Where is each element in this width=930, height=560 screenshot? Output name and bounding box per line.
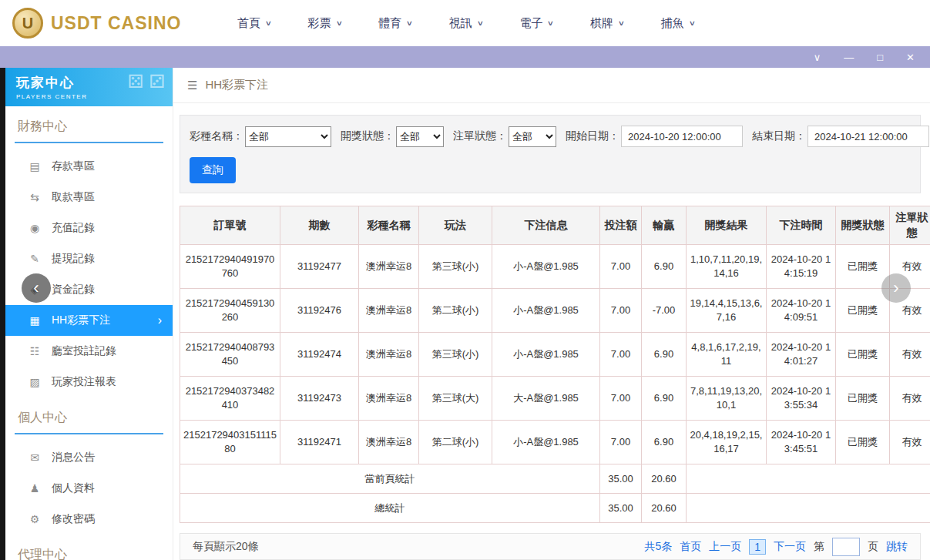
- first-page-link[interactable]: 首页: [680, 540, 701, 554]
- cell-play: 第二球(小): [419, 289, 492, 333]
- carousel-left-arrow[interactable]: ‹: [22, 273, 51, 303]
- filter-lottery-name: 彩種名稱： 全部: [190, 126, 331, 147]
- personal-menu: ✉ 消息公告 ♟ 個人資料 ⚙ 修改密碼: [5, 442, 173, 535]
- nav-item-label: 首頁: [237, 16, 260, 31]
- cell-bet-time: 2024-10-20 14:01:27: [767, 333, 836, 377]
- withdraw-icon: ⇆: [29, 191, 41, 203]
- table-row: 2152172940491970760 31192477 澳洲幸运8 第三球(小…: [180, 245, 930, 289]
- summary-win-total: 20.60: [642, 494, 687, 523]
- page-background-strip: [0, 68, 5, 560]
- current-page-indicator[interactable]: 1: [749, 539, 766, 555]
- carousel-right-arrow[interactable]: ›: [881, 273, 911, 303]
- lottery-bet-icon: ▦: [29, 314, 41, 327]
- nav-item-home[interactable]: 首頁 ∨: [237, 16, 271, 31]
- draw-status-label: 開獎狀態：: [341, 129, 394, 143]
- nav-item-label: 捕魚: [661, 16, 684, 31]
- nav-item-label: 棋牌: [590, 16, 613, 31]
- cell-order-no: 2152172940491970760: [180, 245, 280, 289]
- next-page-link[interactable]: 下一页: [774, 540, 806, 554]
- order-status-select[interactable]: 全部: [509, 126, 556, 147]
- cell-bet-amount: 7.00: [600, 289, 642, 333]
- nav-item-label: 彩票: [308, 16, 331, 31]
- start-date-input[interactable]: [621, 126, 743, 147]
- sidebar-item-label: 玩家投注報表: [52, 375, 116, 389]
- sidebar-subtitle: PLAYERS CENTER: [16, 93, 162, 100]
- filter-draw-status: 開獎狀態： 全部: [341, 126, 444, 147]
- cell-order-status: 有效: [890, 421, 930, 464]
- sidebar-item-messages[interactable]: ✉ 消息公告: [5, 442, 173, 473]
- table-row: 2152172940315111580 31192471 澳洲幸运8 第二球(小…: [180, 421, 930, 464]
- summary-win-total: 20.60: [642, 464, 687, 494]
- sidebar-item-change-password[interactable]: ⚙ 修改密碼: [5, 504, 173, 535]
- lottery-name-select[interactable]: 全部: [245, 126, 331, 147]
- jump-page-input[interactable]: [832, 538, 860, 556]
- cell-winloss: 6.90: [642, 377, 687, 421]
- nav-item-electronic[interactable]: 電子 ∨: [519, 16, 553, 31]
- end-date-label: 結束日期：: [752, 129, 806, 143]
- cell-order-status: 有效: [890, 377, 930, 421]
- summary-label: 總統計: [180, 494, 600, 523]
- nav-item-fishing[interactable]: 捕魚 ∨: [661, 16, 695, 31]
- col-header-order-no: 訂單號: [180, 206, 280, 245]
- filter-start-date: 開始日期：: [566, 126, 743, 147]
- table-header-row: 訂單號 期數 彩種名稱 玩法 下注信息 投注額 輸贏 開獎結果 下注時間 開獎狀…: [180, 206, 930, 245]
- chevron-down-icon: ∨: [688, 19, 695, 27]
- sidebar-item-profile[interactable]: ♟ 個人資料: [5, 473, 173, 504]
- query-button[interactable]: 查詢: [190, 157, 236, 183]
- window-maximize-icon[interactable]: □: [877, 52, 883, 62]
- cell-bet-amount: 7.00: [600, 245, 642, 289]
- window-close-icon[interactable]: ✕: [906, 52, 915, 62]
- nav-item-video[interactable]: 視訊 ∨: [449, 16, 483, 31]
- sidebar-item-player-report[interactable]: ▨ 玩家投注報表: [5, 367, 173, 397]
- hamburger-icon[interactable]: ☰: [187, 79, 197, 92]
- col-header-lottery: 彩種名稱: [359, 206, 419, 245]
- draw-status-select[interactable]: 全部: [396, 126, 444, 147]
- nav-item-sports[interactable]: 體育 ∨: [378, 16, 412, 31]
- prev-page-link[interactable]: 上一页: [709, 540, 741, 554]
- room-record-icon: ☷: [29, 345, 41, 357]
- cell-winloss: -7.00: [642, 289, 687, 333]
- sidebar-item-withdrawal-record[interactable]: ✎ 提現記錄: [5, 243, 173, 274]
- message-icon: ✉: [29, 451, 41, 464]
- cell-winloss: 6.90: [642, 421, 687, 464]
- app-window: U USDT CASINO 首頁 ∨ 彩票 ∨ 體育 ∨ 視訊 ∨ 電子 ∨: [0, 0, 930, 560]
- page-titlebar: ☰ HH彩票下注: [173, 68, 930, 103]
- filter-row: 彩種名稱： 全部 開獎狀態： 全部 注單狀態： 全: [190, 126, 911, 147]
- pagination-controls: 共5条 首页 上一页 1 下一页 第 页 跳转: [644, 538, 908, 556]
- window-titlebar: ∨ — □ ✕: [0, 46, 930, 68]
- logo[interactable]: U USDT CASINO: [0, 8, 193, 39]
- jump-button[interactable]: 跳转: [886, 540, 908, 554]
- sidebar-item-withdraw[interactable]: ⇆ 取款專區: [5, 182, 173, 213]
- end-date-input[interactable]: [807, 126, 929, 147]
- summary-row-grand-total: 總統計 35.00 20.60: [180, 494, 930, 523]
- cell-period: 31192473: [280, 377, 359, 421]
- cell-bet-info: 小-A盤@1.985: [492, 245, 600, 289]
- top-nav: U USDT CASINO 首頁 ∨ 彩票 ∨ 體育 ∨ 視訊 ∨ 電子 ∨: [0, 0, 930, 46]
- cell-bet-info: 小-A盤@1.985: [492, 333, 600, 377]
- cell-play: 第三球(小): [419, 245, 492, 289]
- sidebar-item-label: 存款專區: [52, 159, 95, 173]
- sidebar-item-recharge-record[interactable]: ◉ 充值記錄: [5, 213, 173, 243]
- window-chevron-icon[interactable]: ∨: [814, 52, 821, 62]
- gear-icon: ⚙: [29, 513, 41, 525]
- col-header-bet-amount: 投注額: [600, 206, 642, 245]
- logo-coin-icon: U: [12, 8, 43, 39]
- total-count: 共5条: [644, 540, 672, 554]
- chevron-down-icon: ∨: [547, 19, 554, 27]
- col-header-winloss: 輸贏: [642, 206, 687, 245]
- sidebar-item-room-bet-record[interactable]: ☷ 廳室投註記錄: [5, 336, 173, 367]
- withdrawal-record-icon: ✎: [29, 253, 41, 265]
- cell-bet-info: 小-A盤@1.985: [492, 289, 600, 333]
- sidebar-item-label: 取款專區: [52, 190, 95, 204]
- window-minimize-icon[interactable]: —: [844, 52, 854, 62]
- bet-records-table: 訂單號 期數 彩種名稱 玩法 下注信息 投注額 輸贏 開獎結果 下注時間 開獎狀…: [180, 206, 930, 523]
- sidebar-item-hh-lottery-bet[interactable]: ▦ HH彩票下注 ›: [5, 305, 173, 336]
- section-title-finance: 財務中心: [15, 119, 163, 143]
- sidebar-item-deposit[interactable]: ▤ 存款專區: [5, 151, 173, 182]
- cell-period: 31192474: [280, 333, 359, 377]
- chevron-right-icon: ›: [158, 314, 162, 327]
- nav-item-lottery[interactable]: 彩票 ∨: [308, 16, 342, 31]
- cell-winloss: 6.90: [642, 245, 687, 289]
- col-header-period: 期數: [280, 206, 359, 245]
- nav-item-chess[interactable]: 棋牌 ∨: [590, 16, 624, 31]
